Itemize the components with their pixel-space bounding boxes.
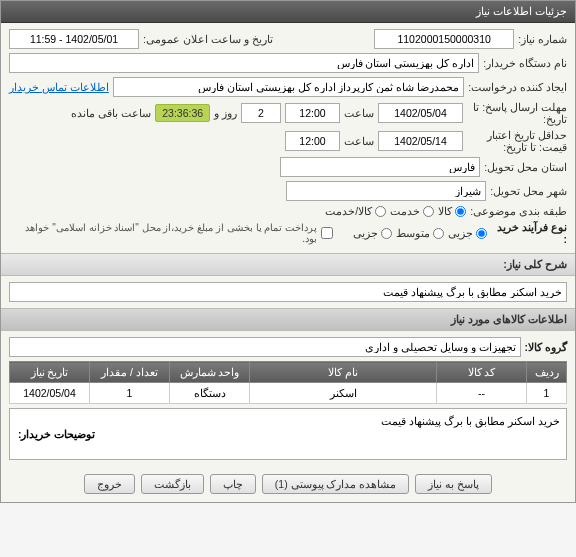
respond-button[interactable]: پاسخ به نیاز [415, 474, 492, 494]
section-items-header: اطلاعات کالاهای مورد نیاز [1, 308, 575, 331]
cell-qty: 1 [90, 383, 170, 404]
category-label: طبقه بندی موضوعی: [470, 205, 567, 217]
cell-unit: دستگاه [170, 383, 250, 404]
section-general-desc-title: شرح کلی نیاز: [503, 258, 567, 270]
th-name: نام کالا [250, 362, 437, 383]
buyer-notes-label: توضیحات خریدار: [10, 409, 103, 459]
city-input[interactable] [286, 181, 486, 201]
creator-label: ایجاد کننده درخواست: [468, 81, 567, 93]
province-input[interactable] [280, 157, 480, 177]
item-group-input[interactable] [9, 337, 521, 357]
section-general-desc-header: شرح کلی نیاز: [1, 253, 575, 276]
exit-button[interactable]: خروج [84, 474, 135, 494]
deadline-time-word: ساعت [344, 107, 374, 119]
deadline-label: مهلت ارسال پاسخ: تا تاریخ: [467, 101, 567, 125]
radio-small-label: جزیی [448, 227, 473, 239]
item-group-label: گروه کالا: [525, 341, 567, 353]
city-label: شهر محل تحویل: [490, 185, 567, 197]
announce-input[interactable] [9, 29, 139, 49]
minvalid-label: حداقل تاریخ اعتبار قیمت: تا تاریخ: [467, 129, 567, 153]
radio-medium-label: متوسط [396, 227, 430, 239]
radio-both[interactable] [375, 206, 386, 217]
deadline-time[interactable] [285, 103, 340, 123]
deadline-remaining-time: 23:36:36 [155, 104, 210, 122]
buyer-org-input[interactable] [9, 53, 479, 73]
radio-both-label: کالا/خدمت [325, 205, 372, 217]
payment-checkbox[interactable] [321, 227, 333, 239]
radio-large[interactable] [381, 228, 392, 239]
radio-small[interactable] [476, 228, 487, 239]
attachments-button[interactable]: مشاهده مدارک پیوستی (1) [262, 474, 410, 494]
th-code: کد کالا [437, 362, 527, 383]
th-unit: واحد شمارش [170, 362, 250, 383]
deadline-day-word: روز و [214, 107, 237, 119]
cell-row: 1 [527, 383, 567, 404]
minvalid-time[interactable] [285, 131, 340, 151]
cell-code: -- [437, 383, 527, 404]
th-qty: تعداد / مقدار [90, 362, 170, 383]
need-number-label: شماره نیاز: [518, 33, 567, 45]
radio-kala-label: کالا [438, 205, 452, 217]
payment-note: پرداخت تمام یا بخشی از مبلغ خرید،از محل … [9, 222, 317, 244]
announce-label: تاریخ و ساعت اعلان عمومی: [143, 33, 273, 45]
radio-service[interactable] [423, 206, 434, 217]
buyer-notes-text: خرید اسکنر مطابق با برگ پیشنهاد قیمت [103, 409, 566, 459]
form-body: شماره نیاز: تاریخ و ساعت اعلان عمومی: نا… [1, 23, 575, 253]
radio-large-group[interactable]: جزیی [353, 227, 392, 239]
buytype-label: نوع فرآیند خرید : [491, 221, 567, 245]
radio-service-label: خدمت [390, 205, 420, 217]
radio-kala[interactable] [455, 206, 466, 217]
contact-info-link[interactable]: اطلاعات تماس خریدار [9, 81, 109, 93]
window-title: جزئیات اطلاعات نیاز [476, 5, 567, 17]
radio-medium[interactable] [433, 228, 444, 239]
items-table: ردیف کد کالا نام کالا واحد شمارش تعداد /… [9, 361, 567, 404]
radio-large-label: جزیی [353, 227, 378, 239]
buyer-notes-box: خرید اسکنر مطابق با برگ پیشنهاد قیمت توض… [9, 408, 567, 460]
radio-both-group[interactable]: کالا/خدمت [325, 205, 386, 217]
radio-service-group[interactable]: خدمت [390, 205, 434, 217]
button-bar: پاسخ به نیاز مشاهده مدارک پیوستی (1) چاپ… [1, 466, 575, 502]
minvalid-time-word: ساعت [344, 135, 374, 147]
deadline-days[interactable] [241, 103, 281, 123]
minvalid-date[interactable] [378, 131, 463, 151]
cell-date: 1402/05/04 [10, 383, 90, 404]
deadline-remain-word: ساعت باقی مانده [71, 107, 151, 119]
radio-kala-group[interactable]: کالا [438, 205, 466, 217]
cell-name: اسکنر [250, 383, 437, 404]
section-items-title: اطلاعات کالاهای مورد نیاز [451, 313, 567, 325]
creator-input[interactable] [113, 77, 464, 97]
th-date: تاریخ نیاز [10, 362, 90, 383]
need-number-input[interactable] [374, 29, 514, 49]
buyer-org-label: نام دستگاه خریدار: [483, 57, 567, 69]
general-desc-input[interactable] [9, 282, 567, 302]
back-button[interactable]: بازگشت [141, 474, 204, 494]
th-row: ردیف [527, 362, 567, 383]
print-button[interactable]: چاپ [210, 474, 256, 494]
radio-small-group[interactable]: جزیی [448, 227, 487, 239]
province-label: استان محل تحویل: [484, 161, 567, 173]
deadline-date[interactable] [378, 103, 463, 123]
need-details-window: جزئیات اطلاعات نیاز شماره نیاز: تاریخ و … [0, 0, 576, 503]
radio-medium-group[interactable]: متوسط [396, 227, 444, 239]
window-title-bar: جزئیات اطلاعات نیاز [1, 1, 575, 23]
table-row[interactable]: 1--اسکنردستگاه11402/05/04 [10, 383, 567, 404]
